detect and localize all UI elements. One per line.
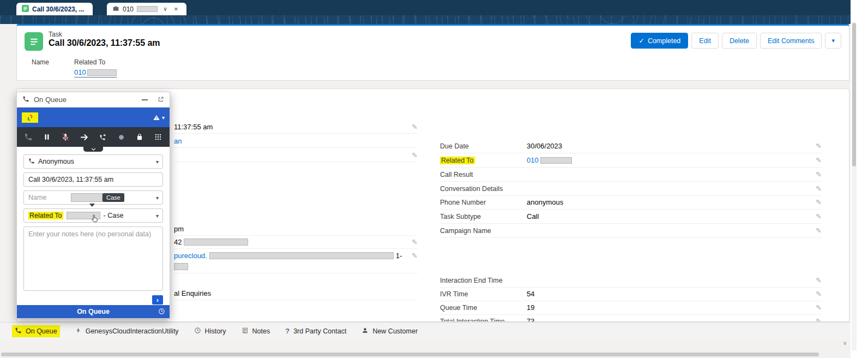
field-value: pm: [174, 225, 184, 233]
edit-button[interactable]: Edit: [691, 33, 719, 49]
edit-pencil-icon[interactable]: ✎: [412, 123, 418, 131]
delete-button[interactable]: Delete: [722, 33, 757, 49]
transfer-call-button[interactable]: [95, 130, 110, 144]
edit-pencil-icon[interactable]: ✎: [816, 212, 822, 220]
field-label: Interaction End Time: [440, 277, 527, 284]
detail-row: Total Interaction Time 73 ✎: [440, 314, 822, 322]
field-value-link[interactable]: purecloud.: [174, 252, 207, 260]
edit-pencil-icon[interactable]: ✎: [816, 303, 822, 312]
field-label: Call Result: [440, 171, 527, 178]
horizontal-scrollbar[interactable]: [0, 352, 851, 357]
field-label: Task Subtype: [440, 213, 527, 220]
vertical-scrollbar[interactable]: [852, 22, 857, 350]
detail-row: Task Subtype Call ✎: [440, 210, 822, 224]
tab-menu-caret[interactable]: ∨: [163, 5, 167, 13]
edit-pencil-icon[interactable]: ✎: [816, 156, 822, 164]
utility-3rd-party-contact[interactable]: ? 3rd Party Contact: [278, 323, 354, 339]
horizontal-scroll-thumb[interactable]: [1, 353, 819, 356]
field-label: Queue Time: [440, 304, 527, 312]
related-to-link[interactable]: 010: [527, 156, 539, 164]
edit-pencil-icon[interactable]: ✎: [816, 317, 822, 322]
field-value-link[interactable]: an: [174, 137, 182, 145]
redacted-value: [184, 238, 248, 246]
popout-button[interactable]: [158, 95, 164, 105]
softphone-status-bar[interactable]: On Queue: [17, 305, 170, 318]
minimize-button[interactable]: [142, 99, 148, 100]
field-value: 19: [527, 303, 816, 312]
edit-pencil-icon[interactable]: ✎: [816, 198, 822, 206]
case-icon: [112, 5, 119, 14]
detail-row: Conversation Details ✎: [440, 182, 822, 196]
edit-pencil-icon[interactable]: ✎: [816, 142, 822, 150]
caller-select-value: Anonymous: [38, 158, 74, 165]
phone-icon: [15, 327, 22, 336]
edit-pencil-icon[interactable]: ✎: [816, 170, 822, 178]
edit-pencil-icon[interactable]: ✎: [412, 252, 418, 260]
related-to-link[interactable]: 010: [74, 68, 117, 77]
name-lookup-field[interactable]: ▾ Case: [23, 190, 163, 205]
edit-pencil-icon[interactable]: ✎: [816, 226, 822, 235]
tab-case-record[interactable]: 010 ∨ ×: [107, 3, 186, 15]
record-type-label: Task: [49, 31, 62, 38]
utility-label: History: [205, 327, 226, 335]
vertical-scroll-thumb[interactable]: [852, 23, 856, 166]
record-button[interactable]: [114, 130, 128, 144]
edit-pencil-icon[interactable]: ✎: [816, 184, 822, 193]
related-to-label: Related To: [74, 58, 117, 66]
dialpad-button[interactable]: [151, 130, 165, 144]
collapse-toolbar-button[interactable]: [83, 147, 103, 152]
utility-label: 3rd Party Contact: [293, 327, 346, 335]
record-actions: ✓ Completed Edit Delete Edit Comments ▾: [631, 33, 841, 49]
mute-button[interactable]: [58, 130, 73, 144]
utility-new-customer[interactable]: New Customer: [354, 323, 425, 339]
task-record-icon: [25, 32, 43, 51]
scroll-down-chevron-icon[interactable]: ∨: [843, 340, 847, 346]
utility-bar: On Queue GenesysCloudInteractionUtility …: [0, 322, 851, 339]
clock-icon[interactable]: [158, 308, 165, 317]
subject-input[interactable]: [23, 172, 163, 187]
field-value: 42: [174, 238, 182, 246]
edit-pencil-icon[interactable]: ✎: [412, 151, 418, 159]
tab-label: Call 30/6/2023, ...: [32, 5, 84, 13]
name-label: Name: [32, 58, 49, 66]
chevron-down-icon: ▾: [162, 115, 165, 121]
more-actions-button[interactable]: ▾: [825, 33, 841, 49]
field-value: 1-: [396, 252, 402, 260]
detail-row: al Enquiries: [174, 287, 418, 300]
genesys-logo-icon[interactable]: [22, 112, 38, 123]
utility-genesys[interactable]: GenesysCloudInteractionUtility: [68, 323, 186, 339]
related-to-lookup-field[interactable]: Related To - Case ▾: [23, 208, 163, 223]
tab-call-record[interactable]: Call 30/6/2023, ...: [16, 3, 93, 15]
edit-pencil-icon[interactable]: ✎: [816, 290, 822, 298]
blind-transfer-button[interactable]: [77, 130, 91, 144]
tab-label: 010: [123, 5, 134, 13]
notes-textarea[interactable]: [23, 226, 163, 291]
chevron-down-icon: ▾: [156, 195, 159, 201]
field-label: Total Interaction Time: [440, 318, 527, 323]
completed-button[interactable]: ✓ Completed: [631, 33, 688, 49]
call-button[interactable]: [21, 130, 35, 144]
caller-select[interactable]: Anonymous ▾: [23, 154, 163, 169]
expand-notes-button[interactable]: ›: [152, 295, 163, 305]
detail-row: 11:37:55 am ✎: [174, 121, 418, 134]
utility-notes[interactable]: Notes: [234, 323, 278, 339]
alerts-dropdown[interactable]: ▾: [153, 114, 165, 121]
softphone-window: On Queue ▾: [16, 92, 170, 319]
lightning-icon: [75, 327, 82, 336]
related-to-value-suffix: - Case: [104, 212, 124, 219]
detail-row: Queue Time 19 ✎: [440, 301, 822, 315]
question-icon: ?: [285, 327, 290, 335]
record-type-chip: Case: [103, 193, 124, 202]
edit-pencil-icon[interactable]: ✎: [412, 238, 418, 246]
chevron-down-icon: ▾: [156, 213, 159, 219]
utility-history[interactable]: History: [186, 323, 234, 339]
detail-row: 42 ✎: [174, 236, 418, 249]
tab-close-icon[interactable]: ×: [174, 5, 178, 13]
secure-pause-button[interactable]: [132, 130, 147, 144]
edit-comments-button[interactable]: Edit Comments: [760, 33, 822, 49]
utility-on-queue[interactable]: On Queue: [4, 323, 68, 339]
phone-icon: [22, 95, 29, 105]
field-label: Conversation Details: [440, 185, 527, 193]
hold-button[interactable]: [40, 130, 54, 144]
edit-pencil-icon[interactable]: ✎: [816, 276, 822, 284]
